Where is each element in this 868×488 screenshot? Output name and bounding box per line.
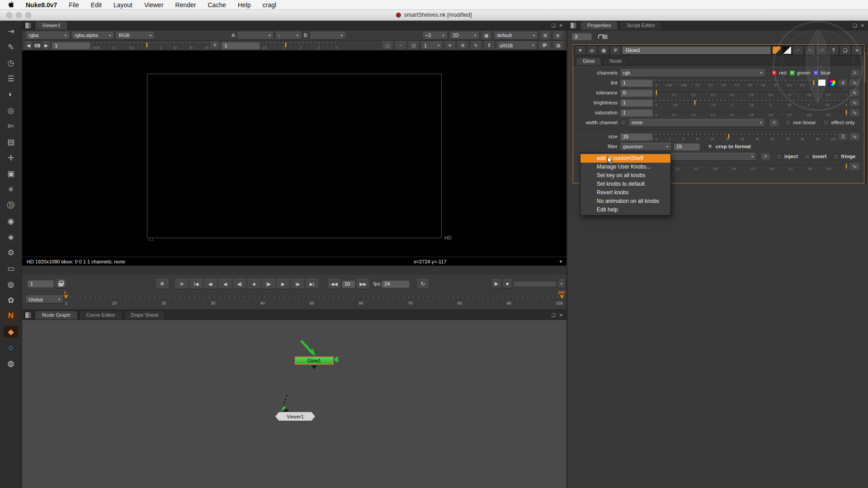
channels-dropdown[interactable]: rgb▾ — [620, 69, 765, 77]
filter-dropdown[interactable]: gaussian▾ — [620, 143, 671, 150]
redo-icon[interactable]: ↷ — [805, 46, 815, 55]
loop-mode-button[interactable]: ↻ — [417, 279, 429, 289]
wrench-icon[interactable]: Ψ — [610, 46, 621, 55]
lock-range-icon[interactable] — [55, 279, 66, 288]
tint-slider[interactable]: 00.010.050.10.20.30.40.50.60.70.80.91 — [656, 79, 815, 87]
stripes-icon[interactable]: ▨ — [553, 41, 564, 50]
tab-node[interactable]: Node — [603, 57, 629, 65]
close-pane-icon[interactable]: ✕ — [559, 23, 563, 28]
range-end-marker[interactable] — [560, 295, 564, 299]
framing-icon[interactable]: ⊞ — [540, 31, 550, 40]
menubar-item[interactable]: cragl — [263, 1, 276, 9]
saturation-field[interactable]: 1 — [620, 109, 653, 117]
filter-quality-field[interactable]: 15 — [674, 143, 700, 150]
fps-field[interactable]: 24 — [382, 280, 410, 288]
width-equals-button[interactable]: = — [770, 119, 778, 126]
prev-keyframe-button[interactable]: ◀‹ — [204, 279, 217, 289]
gain-region-icon[interactable]: ✛ — [444, 41, 455, 50]
tint-animation-icon[interactable]: ∿ — [850, 79, 859, 86]
gamma-toggle-button[interactable]: Y — [210, 41, 219, 50]
tab-glow[interactable]: Glow — [576, 57, 601, 65]
input-process-button[interactable]: IP — [539, 41, 551, 50]
prev-frame-button[interactable]: ◀| — [233, 279, 246, 289]
tolerance-animation-icon[interactable]: ∿ — [850, 89, 859, 96]
channel-checkbox[interactable] — [789, 70, 795, 76]
menubar-item[interactable]: Layout — [113, 1, 132, 9]
channel-checkbox[interactable] — [813, 70, 819, 76]
menubar-item[interactable]: File — [69, 1, 79, 9]
menubar-item[interactable]: Edit — [91, 1, 102, 9]
tab-curve-editor[interactable]: Curve Editor — [79, 310, 123, 319]
menubar-item[interactable]: Help — [238, 1, 251, 9]
node-name-field[interactable]: Glow1 — [622, 46, 771, 54]
context-menu-item[interactable]: Set key on all knobs — [580, 171, 670, 180]
context-menu-item[interactable]: Manage User Knobs... — [580, 163, 670, 171]
tint-field[interactable]: 1 — [620, 79, 653, 87]
viewer-viewport[interactable]: HD 1,1 HD 868x488 bbox: 0 0 1 1 channe… — [22, 51, 566, 266]
alpha-layer-dropdown[interactable]: rgba.alpha▾ — [72, 32, 113, 39]
width-channel-checkbox[interactable] — [620, 120, 626, 126]
float-pane-icon[interactable]: ❏ — [552, 23, 556, 28]
render-menu-icon[interactable]: ▪ — [558, 279, 565, 288]
size-channels-button[interactable]: 2 — [839, 133, 847, 140]
pane-grip-icon[interactable] — [25, 22, 32, 29]
mix-animation-icon[interactable]: ∿ — [850, 163, 859, 170]
views-icon[interactable]: ◉ — [4, 215, 18, 227]
merge-icon[interactable]: ▤ — [4, 136, 18, 148]
tab-node-graph[interactable]: Node Graph — [35, 310, 78, 319]
current-frame-field[interactable]: 1 — [28, 280, 54, 287]
pause-icon[interactable]: Ⅱ — [484, 41, 495, 50]
display-channels-dropdown[interactable]: RGB▾ — [116, 32, 154, 39]
viewer-menu-icon[interactable]: ≣ — [458, 41, 468, 50]
crop-to-format-checkbox[interactable]: ✕ — [707, 144, 713, 150]
web-icon[interactable]: ◍ — [4, 357, 18, 369]
viewer1-node[interactable]: Viewer1 — [275, 412, 315, 421]
cragl-smartshelves-icon[interactable]: ◆ — [4, 326, 18, 338]
a-buffer-dropdown[interactable]: ▾ — [238, 32, 273, 39]
mix-slider[interactable]: 00.10.20.30.40.50.60.70.80.91 — [659, 162, 847, 171]
revert-icon[interactable]: ↺ — [816, 46, 827, 55]
frame-increment-field[interactable]: 10 — [342, 280, 355, 288]
collapse-icon[interactable]: ▼ — [575, 46, 585, 55]
context-menu-item[interactable]: Revert knobs — [580, 188, 670, 197]
tolerance-field[interactable]: 0 — [620, 89, 653, 97]
close-pane-icon[interactable]: ✕ — [559, 313, 563, 318]
camera-icon[interactable]: ▦ — [481, 31, 491, 40]
particles-icon[interactable]: ✳ — [4, 183, 18, 195]
context-menu-item[interactable]: No animation on all knobs — [580, 197, 670, 206]
apple-menu-icon[interactable] — [8, 1, 14, 8]
next-keyframe-button[interactable]: ›▶ — [291, 279, 304, 289]
refresh-icon[interactable]: ↻ — [471, 41, 481, 50]
view-mode-dropdown[interactable]: 2D▾ — [450, 32, 479, 39]
frame-range-dropdown[interactable]: Global▾ — [26, 296, 63, 303]
brightness-animation-icon[interactable]: ∿ — [850, 99, 859, 106]
gain-slider[interactable]: 0.0150.10.313103064 — [93, 41, 208, 50]
play-forward-button[interactable]: ▶ — [276, 279, 290, 289]
context-menu-item[interactable]: Set knobs to default — [580, 180, 670, 188]
close-panel-icon[interactable]: ✕ — [852, 46, 862, 55]
menubar-item[interactable]: Cache — [208, 1, 226, 9]
last-frame-button[interactable]: ▶| — [305, 279, 319, 289]
channel-icon[interactable]: ☰ — [4, 73, 18, 84]
tint-color-swatch[interactable] — [818, 79, 826, 86]
roi-icon[interactable]: ▢ — [382, 41, 393, 50]
postage-stamp-icon[interactable]: ▦ — [599, 46, 609, 55]
option-checkbox[interactable] — [833, 154, 839, 160]
proxy-icon[interactable]: ┄ — [395, 41, 406, 50]
center-node-icon[interactable]: ◎ — [587, 46, 597, 55]
keyer-icon[interactable]: ✄ — [4, 120, 18, 132]
wipe-icon[interactable]: ◫ — [408, 41, 419, 50]
next-frame-button[interactable]: |▶ — [262, 279, 275, 289]
undo-icon[interactable]: ↶ — [793, 46, 803, 55]
camera-dropdown[interactable]: default▾ — [494, 32, 538, 39]
deep-icon[interactable]: Ⓓ — [4, 199, 18, 211]
help-button[interactable]: ? — [828, 46, 839, 55]
proxy-level-dropdown[interactable]: 1▾ — [421, 42, 442, 49]
tolerance-slider[interactable]: 00.10.20.30.40.50.60.70.80.91 — [656, 89, 847, 97]
ab-blend-dropdown[interactable]: -▾ — [276, 32, 301, 39]
plugins-icon[interactable]: ✿ — [4, 294, 18, 306]
saturation-slider[interactable]: 00.10.20.30.40.50.60.70.80.91 — [656, 108, 847, 117]
close-pane-icon[interactable]: ✕ — [861, 23, 864, 28]
context-menu-item[interactable]: add to customShelf — [580, 154, 670, 163]
saturation-animation-icon[interactable]: ∿ — [850, 109, 859, 116]
